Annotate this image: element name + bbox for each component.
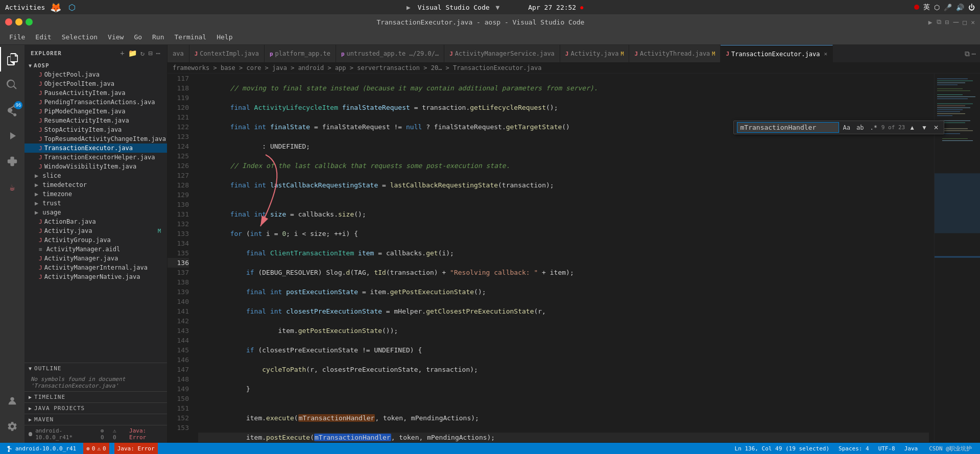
close-icon[interactable]: ✕ bbox=[971, 18, 975, 26]
file-windowvisibilityitem[interactable]: J WindowVisibilityItem.java bbox=[25, 162, 167, 171]
file-pipmodechangeitem[interactable]: J PipModeChangeItem.java bbox=[25, 107, 167, 116]
java-projects-header[interactable]: ▶ JAVA PROJECTS bbox=[25, 403, 167, 414]
status-errors[interactable]: ⊗ 0 ⚠ 0 bbox=[83, 443, 109, 454]
file-activitymanager[interactable]: J ActivityManager.java bbox=[25, 254, 167, 263]
timeline-header[interactable]: ▶ TIMELINE bbox=[25, 392, 167, 402]
menu-terminal[interactable]: Terminal bbox=[171, 31, 211, 43]
activity-settings[interactable] bbox=[0, 414, 25, 439]
status-bar: android-10.0.0_r41 ⊗ 0 ⚠ 0 Java: Error L… bbox=[0, 443, 980, 454]
tab-untrusted-app[interactable]: p untrusted_app.te …/29.0/… bbox=[336, 45, 444, 63]
file-stopactivityitem[interactable]: J StopActivityItem.java bbox=[25, 125, 167, 134]
find-regex[interactable]: .* bbox=[868, 123, 879, 132]
indicator-dot: ● bbox=[580, 5, 583, 10]
file-objectpoolitem[interactable]: J ObjectPoolItem.java bbox=[25, 79, 167, 88]
file-resumeactivityitem[interactable]: J ResumeActivityItem.java bbox=[25, 116, 167, 125]
status-branch[interactable]: android-10.0.0_r41 bbox=[4, 445, 78, 452]
split-right-icon[interactable]: ⧉ bbox=[965, 50, 970, 58]
activity-run[interactable] bbox=[0, 124, 25, 148]
file-pauseactivityitem[interactable]: J PauseActivityItem.java bbox=[25, 88, 167, 98]
run-icon[interactable]: ▶ bbox=[928, 18, 933, 26]
window-min-btn[interactable] bbox=[15, 18, 22, 26]
top-bar-right: 英 ⬡ 🎤 🔊 ⏻ bbox=[914, 3, 975, 12]
menu-view[interactable]: View bbox=[104, 31, 128, 43]
activity-extensions[interactable] bbox=[0, 149, 25, 174]
maven-header[interactable]: ▶ MAVEN bbox=[25, 414, 167, 425]
file-activitymanagerinternal[interactable]: J ActivityManagerInternal.java bbox=[25, 263, 167, 272]
minimize-icon[interactable]: — bbox=[953, 17, 959, 27]
file-activitymanager-aidl[interactable]: ≡ ActivityManager.aidl bbox=[25, 245, 167, 254]
activity-explorer[interactable] bbox=[0, 47, 25, 71]
status-position[interactable]: Ln 136, Col 49 (19 selected) bbox=[733, 445, 831, 452]
power-icon[interactable]: ⏻ bbox=[968, 4, 975, 11]
file-topresumedactivitychangeitem[interactable]: J TopResumedActivityChangeItem.java bbox=[25, 134, 167, 144]
file-objectpool[interactable]: J ObjectPool.java bbox=[25, 70, 167, 79]
tab-transactionexecutor[interactable]: J TransactionExecutor.java ✕ bbox=[721, 45, 833, 63]
status-encoding[interactable]: UTF-8 bbox=[876, 445, 897, 452]
file-pendingtransactionactions[interactable]: J PendingTransactionActions.java bbox=[25, 98, 167, 107]
tab-activitythread[interactable]: J ActivityThread.java M bbox=[629, 45, 721, 63]
activity-java[interactable]: ☕ bbox=[0, 175, 25, 199]
activity-source-control[interactable]: 96 bbox=[0, 98, 25, 123]
activity-search[interactable] bbox=[0, 73, 25, 97]
refresh-icon[interactable]: ↻ bbox=[140, 49, 145, 57]
restore-icon[interactable]: □ bbox=[963, 18, 967, 26]
new-file-icon[interactable]: + bbox=[120, 49, 125, 57]
find-match-case[interactable]: Aa bbox=[841, 123, 852, 132]
new-folder-icon[interactable]: 📁 bbox=[128, 49, 137, 57]
menu-file[interactable]: File bbox=[5, 31, 29, 43]
menu-edit[interactable]: Edit bbox=[31, 31, 55, 43]
more-tabs-icon[interactable]: ⋯ bbox=[972, 50, 976, 58]
menu-go[interactable]: Go bbox=[130, 31, 146, 43]
split-editor-icon[interactable]: ⧉ bbox=[937, 18, 941, 26]
menu-bar: File Edit Selection View Go Run Terminal… bbox=[0, 30, 980, 45]
tab-contextimpl[interactable]: J ContextImpl.java bbox=[189, 45, 265, 63]
menu-help[interactable]: Help bbox=[212, 31, 236, 43]
tab-bar: ava J ContextImpl.java p platform_app.te… bbox=[168, 45, 980, 63]
file-activitygroup[interactable]: J ActivityGroup.java bbox=[25, 235, 167, 245]
status-language[interactable]: Java bbox=[902, 445, 920, 452]
tab-activitymanagerservice[interactable]: J ActivityManagerService.java bbox=[444, 45, 560, 63]
tab-activity[interactable]: J Activity.java M bbox=[560, 45, 630, 63]
lang-indicator[interactable]: 英 bbox=[923, 3, 930, 12]
panel-icon[interactable]: ⊟ bbox=[945, 18, 949, 26]
aosp-folder[interactable]: ▼ AOSP bbox=[25, 61, 167, 70]
mic-icon[interactable]: 🎤 bbox=[944, 4, 952, 11]
menu-run[interactable]: Run bbox=[148, 31, 168, 43]
firefox-icon[interactable]: 🦊 bbox=[50, 2, 61, 13]
outline-section: ▼ OUTLINE No symbols found in document '… bbox=[25, 363, 167, 391]
folder-timezone[interactable]: ▶ timezone bbox=[25, 189, 167, 199]
find-prev-btn[interactable]: ▲ bbox=[907, 123, 917, 132]
status-java-error[interactable]: Java: Error bbox=[114, 443, 158, 454]
network-icon[interactable]: ⬡ bbox=[934, 4, 940, 11]
window-max-btn[interactable] bbox=[26, 18, 33, 26]
more-icon[interactable]: ⋯ bbox=[156, 49, 161, 57]
timeline-section: ▶ TIMELINE bbox=[25, 391, 167, 402]
vscode-icon[interactable]: ⬡ bbox=[68, 3, 76, 12]
volume-icon[interactable]: 🔊 bbox=[956, 4, 964, 11]
folder-slice[interactable]: ▶ slice bbox=[25, 171, 167, 180]
file-activitymanagernative[interactable]: J ActivityManagerNative.java bbox=[25, 272, 167, 281]
activities-label[interactable]: Activities bbox=[5, 4, 45, 11]
collapse-icon[interactable]: ⊟ bbox=[148, 49, 153, 57]
java-projects-section: ▶ JAVA PROJECTS bbox=[25, 402, 167, 414]
file-activity[interactable]: J Activity.java M bbox=[25, 226, 167, 235]
find-close-btn[interactable]: ✕ bbox=[931, 123, 941, 132]
find-whole-word[interactable]: ab bbox=[854, 123, 866, 132]
file-transactionexecutor[interactable]: J TransactionExecutor.java bbox=[25, 144, 167, 153]
status-spaces[interactable]: Spaces: 4 bbox=[836, 445, 871, 452]
sidebar-header-icons: + 📁 ↻ ⊟ ⋯ bbox=[120, 49, 161, 57]
file-actionbar[interactable]: J ActionBar.java bbox=[25, 217, 167, 226]
tab-ava[interactable]: ava bbox=[168, 45, 189, 63]
outline-header[interactable]: ▼ OUTLINE bbox=[25, 363, 167, 374]
find-next-btn[interactable]: ▼ bbox=[919, 123, 929, 132]
activity-accounts[interactable] bbox=[0, 389, 25, 413]
find-input[interactable] bbox=[737, 122, 839, 133]
window-close-btn[interactable] bbox=[5, 18, 12, 26]
menu-selection[interactable]: Selection bbox=[58, 31, 102, 43]
tab-close-icon[interactable]: ✕ bbox=[824, 51, 827, 57]
file-transactionexecutorhelper[interactable]: J TransactionExecutorHelper.java bbox=[25, 153, 167, 162]
tab-platform-app[interactable]: p platform_app.te bbox=[265, 45, 336, 63]
folder-usage[interactable]: ▶ usage bbox=[25, 208, 167, 217]
folder-trust[interactable]: ▶ trust bbox=[25, 199, 167, 208]
folder-timedetector[interactable]: ▶ timedetector bbox=[25, 180, 167, 189]
